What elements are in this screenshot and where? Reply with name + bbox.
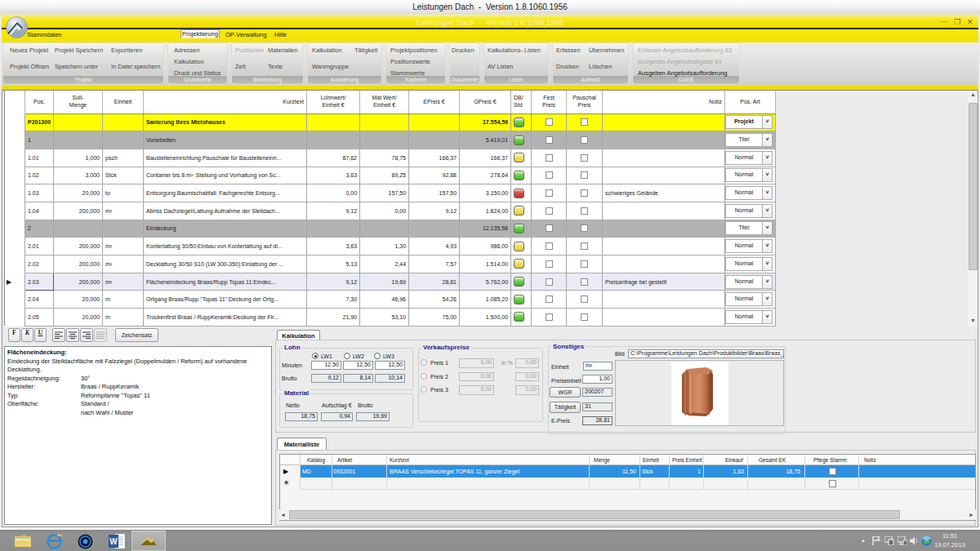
svg-text:W: W [109,537,118,546]
